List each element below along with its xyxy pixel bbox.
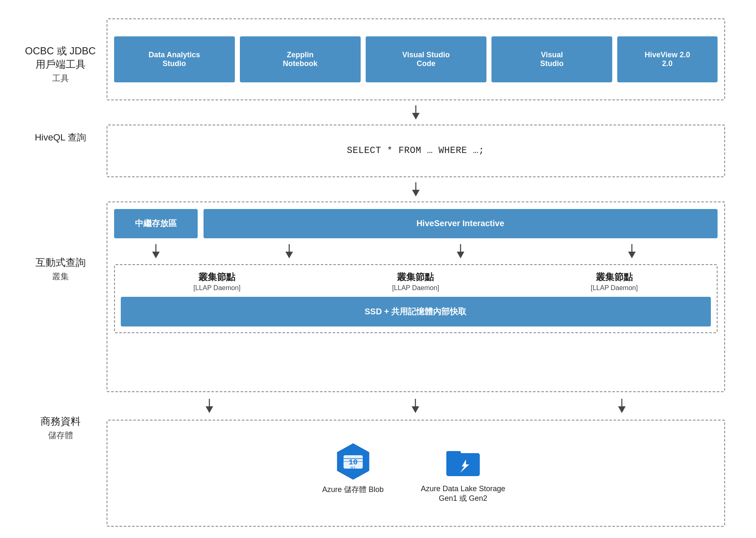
label-hiveql: HiveQL 查詢	[23, 106, 98, 169]
svg-marker-9	[457, 252, 464, 258]
storage-icons-row: 10 01 Azure 儲存體 Blob	[322, 443, 509, 503]
svg-text:10: 10	[349, 458, 358, 467]
label-interactive-text: 互動式查詢	[36, 256, 86, 269]
svg-marker-3	[412, 190, 420, 196]
ssd-cache-bar: SSD + 共用記憶體內部快取	[121, 297, 711, 326]
svg-rect-25	[446, 451, 461, 459]
cluster-node-2: 叢集節點 [LLAP Daemon]	[319, 271, 512, 292]
storage-label-blob: Azure 儲存體 Blob	[322, 484, 384, 495]
tool-card-vscode: Visual StudioCode	[366, 36, 486, 82]
hiveserver-card: HiveServer Interactive	[204, 209, 718, 238]
tool-card-zepplin: ZepplinNotebook	[240, 36, 361, 82]
tool-card-vstudio: VisualStudio	[491, 36, 612, 82]
label-interactive: 互動式查詢 叢集	[23, 169, 98, 370]
label-storage-sub: 儲存體	[48, 430, 73, 441]
hiveql-query: SELECT * FROM … WHERE …;	[347, 145, 484, 156]
arrows-to-nodes	[114, 244, 718, 258]
cluster-node-1: 叢集節點 [LLAP Daemon]	[121, 271, 313, 292]
svg-marker-17	[618, 406, 626, 413]
tool-card-das: Data AnalyticsStudio	[114, 36, 235, 82]
relay-card: 中繼存放區	[114, 209, 198, 238]
label-interactive-sub: 叢集	[52, 271, 69, 282]
label-storage: 商務資料 儲存體	[23, 370, 98, 487]
interactive-section-box: 中繼存放區 HiveServer Interactive	[107, 201, 725, 392]
cluster-node-3-sub: [LLAP Daemon]	[591, 284, 638, 292]
storage-label-lake: Azure Data Lake Storage Gen1 或 Gen2	[417, 484, 509, 503]
cluster-node-1-title: 叢集節點	[199, 271, 235, 283]
cluster-nodes-row: 叢集節點 [LLAP Daemon] 叢集節點 [LLAP Daemon] 叢集…	[121, 271, 711, 292]
right-content: Data AnalyticsStudio ZepplinNotebook Vis…	[98, 14, 733, 524]
svg-marker-15	[412, 406, 419, 413]
interactive-top-row: 中繼存放區 HiveServer Interactive	[114, 209, 718, 238]
data-lake-icon	[444, 443, 482, 480]
hiveql-section-box: SELECT * FROM … WHERE …;	[107, 125, 725, 177]
label-storage-text: 商務資料	[41, 415, 81, 428]
cluster-node-3-title: 叢集節點	[596, 271, 633, 283]
tools-section: Data AnalyticsStudio ZepplinNotebook Vis…	[114, 26, 718, 93]
label-tools: OCBC 或 JDBC 用戶端工具 工具	[23, 23, 98, 106]
storage-section-box: 10 01 Azure 儲存體 Blob	[107, 420, 725, 527]
svg-marker-1	[412, 113, 420, 120]
interactive-section: 中繼存放區 HiveServer Interactive	[114, 209, 718, 385]
blob-storage-icon: 10 01	[334, 443, 372, 480]
svg-marker-13	[206, 406, 213, 413]
left-labels: OCBC 或 JDBC 用戶端工具 工具 HiveQL 查詢 互動式查詢 叢集 …	[23, 14, 98, 524]
svg-marker-7	[285, 252, 293, 258]
arrow-hiveql-to-interactive	[107, 182, 725, 196]
three-arrows-to-storage	[107, 399, 725, 413]
svg-marker-5	[152, 252, 160, 258]
label-tools-text: OCBC 或 JDBC 用戶端工具	[23, 44, 98, 71]
arrow-tools-to-hiveql	[107, 105, 725, 120]
diagram-container: OCBC 或 JDBC 用戶端工具 工具 HiveQL 查詢 互動式查詢 叢集 …	[23, 14, 733, 524]
hiveql-section: SELECT * FROM … WHERE …;	[114, 132, 718, 170]
label-tools-sub: 工具	[52, 73, 69, 84]
cluster-node-2-title: 叢集節點	[397, 271, 434, 283]
arrow-from-relay	[114, 244, 198, 258]
storage-section: 10 01 Azure 儲存體 Blob	[114, 427, 718, 519]
tools-section-box: Data AnalyticsStudio ZepplinNotebook Vis…	[107, 18, 725, 100]
cluster-node-2-sub: [LLAP Daemon]	[392, 284, 439, 292]
svg-marker-11	[628, 252, 636, 258]
cluster-dashed-box: 叢集節點 [LLAP Daemon] 叢集節點 [LLAP Daemon] 叢集…	[114, 264, 718, 333]
arrows-from-hiveserver	[204, 244, 718, 258]
label-hiveql-text: HiveQL 查詢	[35, 131, 86, 144]
tool-card-hiveview: HiveView 2.02.0	[617, 36, 717, 82]
cluster-node-3: 叢集節點 [LLAP Daemon]	[518, 271, 710, 292]
storage-item-lake: Azure Data Lake Storage Gen1 或 Gen2	[417, 443, 509, 503]
cluster-node-1-sub: [LLAP Daemon]	[193, 284, 241, 292]
storage-item-blob: 10 01 Azure 儲存體 Blob	[322, 443, 384, 495]
svg-text:01: 01	[350, 466, 356, 471]
